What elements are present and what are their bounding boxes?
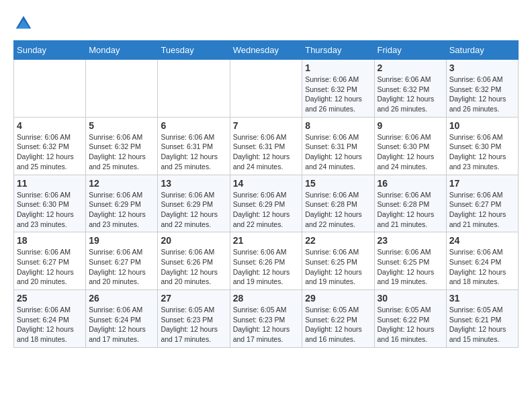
day-info: Sunrise: 6:06 AM Sunset: 6:27 PM Dayligh…: [17, 247, 83, 287]
day-number: 30: [378, 293, 443, 304]
calendar-cell: 16Sunrise: 6:06 AM Sunset: 6:28 PM Dayli…: [374, 175, 446, 232]
day-info: Sunrise: 6:06 AM Sunset: 6:29 PM Dayligh…: [161, 190, 226, 230]
calendar-cell: 11Sunrise: 6:06 AM Sunset: 6:30 PM Dayli…: [14, 175, 86, 232]
weekday-header: Saturday: [446, 41, 518, 60]
day-info: Sunrise: 6:06 AM Sunset: 6:25 PM Dayligh…: [378, 247, 443, 287]
day-number: 12: [89, 178, 154, 189]
day-info: Sunrise: 6:06 AM Sunset: 6:28 PM Dayligh…: [305, 190, 371, 230]
calendar-cell: 1Sunrise: 6:06 AM Sunset: 6:32 PM Daylig…: [302, 60, 374, 118]
calendar-cell: 10Sunrise: 6:06 AM Sunset: 6:30 PM Dayli…: [446, 117, 518, 175]
calendar-cell: 13Sunrise: 6:06 AM Sunset: 6:29 PM Dayli…: [158, 175, 230, 232]
calendar-cell: 23Sunrise: 6:06 AM Sunset: 6:25 PM Dayli…: [374, 232, 446, 290]
day-info: Sunrise: 6:06 AM Sunset: 6:26 PM Dayligh…: [233, 247, 300, 287]
calendar-cell: 9Sunrise: 6:06 AM Sunset: 6:30 PM Daylig…: [374, 117, 446, 175]
calendar-header: SundayMondayTuesdayWednesdayThursdayFrid…: [14, 41, 519, 60]
day-number: 17: [449, 178, 515, 189]
day-info: Sunrise: 6:06 AM Sunset: 6:31 PM Dayligh…: [233, 132, 300, 172]
calendar-cell: [158, 60, 230, 118]
calendar-cell: 3Sunrise: 6:06 AM Sunset: 6:32 PM Daylig…: [446, 60, 518, 118]
day-number: 21: [233, 235, 300, 246]
weekday-header: Monday: [86, 41, 158, 60]
header: [13, 13, 519, 34]
day-info: Sunrise: 6:06 AM Sunset: 6:31 PM Dayligh…: [161, 132, 226, 172]
day-info: Sunrise: 6:06 AM Sunset: 6:24 PM Dayligh…: [89, 305, 154, 345]
day-number: 15: [305, 178, 371, 189]
day-number: 18: [17, 235, 83, 246]
day-info: Sunrise: 6:05 AM Sunset: 6:22 PM Dayligh…: [378, 305, 443, 345]
day-info: Sunrise: 6:06 AM Sunset: 6:28 PM Dayligh…: [378, 190, 443, 230]
day-number: 22: [305, 235, 371, 246]
calendar-cell: 29Sunrise: 6:05 AM Sunset: 6:22 PM Dayli…: [302, 290, 374, 348]
day-info: Sunrise: 6:06 AM Sunset: 6:24 PM Dayligh…: [17, 305, 83, 345]
day-info: Sunrise: 6:06 AM Sunset: 6:32 PM Dayligh…: [449, 75, 515, 114]
day-number: 16: [378, 178, 443, 189]
calendar-cell: 14Sunrise: 6:06 AM Sunset: 6:29 PM Dayli…: [230, 175, 302, 232]
calendar-cell: 31Sunrise: 6:05 AM Sunset: 6:21 PM Dayli…: [446, 290, 518, 348]
day-number: 1: [305, 62, 371, 73]
day-info: Sunrise: 6:06 AM Sunset: 6:30 PM Dayligh…: [17, 190, 83, 230]
calendar-cell: 30Sunrise: 6:05 AM Sunset: 6:22 PM Dayli…: [374, 290, 446, 348]
day-number: 27: [161, 293, 226, 304]
calendar-cell: 21Sunrise: 6:06 AM Sunset: 6:26 PM Dayli…: [230, 232, 302, 290]
calendar-cell: 8Sunrise: 6:06 AM Sunset: 6:31 PM Daylig…: [302, 117, 374, 175]
calendar-cell: 18Sunrise: 6:06 AM Sunset: 6:27 PM Dayli…: [14, 232, 86, 290]
weekday-header: Wednesday: [230, 41, 302, 60]
day-number: 14: [233, 178, 300, 189]
weekday-header: Tuesday: [158, 41, 230, 60]
calendar-cell: [86, 60, 158, 118]
calendar-cell: 15Sunrise: 6:06 AM Sunset: 6:28 PM Dayli…: [302, 175, 374, 232]
day-number: 5: [89, 120, 154, 131]
calendar-cell: [230, 60, 302, 118]
day-number: 24: [449, 235, 515, 246]
calendar-cell: 2Sunrise: 6:06 AM Sunset: 6:32 PM Daylig…: [374, 60, 446, 118]
day-info: Sunrise: 6:05 AM Sunset: 6:23 PM Dayligh…: [233, 305, 300, 345]
day-info: Sunrise: 6:06 AM Sunset: 6:32 PM Dayligh…: [305, 75, 371, 114]
day-info: Sunrise: 6:06 AM Sunset: 6:26 PM Dayligh…: [161, 247, 226, 287]
calendar-cell: 4Sunrise: 6:06 AM Sunset: 6:32 PM Daylig…: [14, 117, 86, 175]
day-number: 6: [161, 120, 226, 131]
calendar-cell: 20Sunrise: 6:06 AM Sunset: 6:26 PM Dayli…: [158, 232, 230, 290]
day-info: Sunrise: 6:06 AM Sunset: 6:27 PM Dayligh…: [449, 190, 515, 230]
day-number: 23: [378, 235, 443, 246]
day-number: 20: [161, 235, 226, 246]
calendar-cell: 7Sunrise: 6:06 AM Sunset: 6:31 PM Daylig…: [230, 117, 302, 175]
logo: [13, 13, 36, 34]
day-number: 2: [378, 62, 443, 73]
day-info: Sunrise: 6:05 AM Sunset: 6:23 PM Dayligh…: [161, 305, 226, 345]
weekday-header: Sunday: [14, 41, 86, 60]
calendar-cell: 6Sunrise: 6:06 AM Sunset: 6:31 PM Daylig…: [158, 117, 230, 175]
calendar-cell: 5Sunrise: 6:06 AM Sunset: 6:32 PM Daylig…: [86, 117, 158, 175]
day-number: 25: [17, 293, 83, 304]
day-info: Sunrise: 6:06 AM Sunset: 6:27 PM Dayligh…: [89, 247, 154, 287]
calendar-cell: 19Sunrise: 6:06 AM Sunset: 6:27 PM Dayli…: [86, 232, 158, 290]
day-number: 29: [305, 293, 371, 304]
calendar-cell: 17Sunrise: 6:06 AM Sunset: 6:27 PM Dayli…: [446, 175, 518, 232]
day-number: 19: [89, 235, 154, 246]
day-number: 26: [89, 293, 154, 304]
day-number: 13: [161, 178, 226, 189]
day-info: Sunrise: 6:06 AM Sunset: 6:30 PM Dayligh…: [449, 132, 515, 172]
calendar-cell: 27Sunrise: 6:05 AM Sunset: 6:23 PM Dayli…: [158, 290, 230, 348]
day-info: Sunrise: 6:05 AM Sunset: 6:22 PM Dayligh…: [305, 305, 371, 345]
day-number: 31: [449, 293, 515, 304]
day-number: 3: [449, 62, 515, 73]
logo-icon: [13, 13, 34, 34]
calendar-table: SundayMondayTuesdayWednesdayThursdayFrid…: [13, 40, 519, 348]
day-info: Sunrise: 6:06 AM Sunset: 6:25 PM Dayligh…: [305, 247, 371, 287]
calendar-cell: 28Sunrise: 6:05 AM Sunset: 6:23 PM Dayli…: [230, 290, 302, 348]
calendar-cell: 25Sunrise: 6:06 AM Sunset: 6:24 PM Dayli…: [14, 290, 86, 348]
day-number: 4: [17, 120, 83, 131]
day-info: Sunrise: 6:06 AM Sunset: 6:24 PM Dayligh…: [449, 247, 515, 287]
day-number: 28: [233, 293, 300, 304]
day-info: Sunrise: 6:06 AM Sunset: 6:32 PM Dayligh…: [378, 75, 443, 114]
day-info: Sunrise: 6:06 AM Sunset: 6:31 PM Dayligh…: [305, 132, 371, 172]
calendar-cell: 22Sunrise: 6:06 AM Sunset: 6:25 PM Dayli…: [302, 232, 374, 290]
day-info: Sunrise: 6:06 AM Sunset: 6:29 PM Dayligh…: [89, 190, 154, 230]
day-info: Sunrise: 6:06 AM Sunset: 6:29 PM Dayligh…: [233, 190, 300, 230]
calendar-cell: [14, 60, 86, 118]
calendar-cell: 12Sunrise: 6:06 AM Sunset: 6:29 PM Dayli…: [86, 175, 158, 232]
day-number: 10: [449, 120, 515, 131]
calendar-cell: 26Sunrise: 6:06 AM Sunset: 6:24 PM Dayli…: [86, 290, 158, 348]
day-number: 7: [233, 120, 300, 131]
day-info: Sunrise: 6:05 AM Sunset: 6:21 PM Dayligh…: [449, 305, 515, 345]
